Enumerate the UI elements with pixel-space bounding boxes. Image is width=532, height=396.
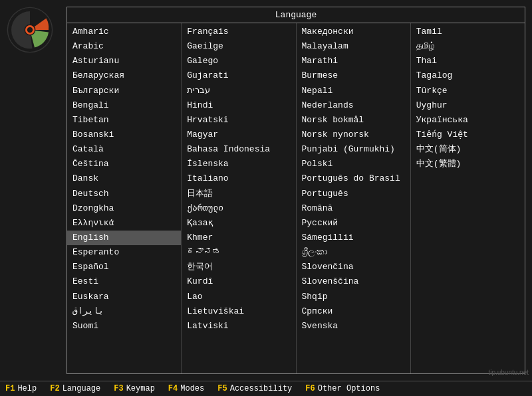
function-key-label: F4 xyxy=(168,384,178,393)
lang-item[interactable]: Lao xyxy=(182,290,295,304)
bottom-key-f6[interactable]: F6Other Options xyxy=(305,384,380,393)
function-key-description: Modes xyxy=(180,384,204,393)
lang-item[interactable]: Suomi xyxy=(67,319,181,334)
lang-item[interactable]: Português xyxy=(297,187,410,201)
language-panel: Language AmharicArabicAsturianuБеларуска… xyxy=(66,7,525,374)
lang-item[interactable]: Shqip xyxy=(297,290,410,304)
bottom-key-f3[interactable]: F3Keymap xyxy=(114,384,155,393)
lang-item[interactable]: Čeština xyxy=(67,157,181,171)
lang-item[interactable]: 中文(繁體) xyxy=(411,157,525,171)
lang-item[interactable]: Amharic xyxy=(67,25,181,39)
lang-item[interactable]: Română xyxy=(297,201,410,216)
language-list-container: AmharicArabicAsturianuБеларускаяБългарск… xyxy=(67,23,525,373)
lang-item[interactable]: بایراق xyxy=(67,304,181,319)
lang-item[interactable]: Македонски xyxy=(297,25,410,39)
lang-item[interactable]: 中文(简体) xyxy=(411,142,525,157)
bottom-key-f1[interactable]: F1Help xyxy=(5,384,37,393)
function-key-description: Keymap xyxy=(126,384,155,393)
lang-item[interactable]: Hindi xyxy=(182,98,295,113)
panel-title: Language xyxy=(67,7,525,23)
lang-item[interactable]: Gaeilge xyxy=(182,39,295,54)
lang-item[interactable]: Norsk bokmål xyxy=(297,113,410,128)
ubuntu-logo xyxy=(7,7,53,53)
lang-column-1: FrançaisGaeilgeGalegoGujaratiעבריתHindiH… xyxy=(182,23,296,373)
function-key-description: Language xyxy=(63,384,101,393)
lang-item[interactable]: Marathi xyxy=(297,54,410,68)
lang-column-2: МакедонскиMalayalamMarathiBurmeseNepaliN… xyxy=(297,23,411,373)
function-key-label: F2 xyxy=(50,384,59,393)
lang-item[interactable]: Punjabi (Gurmukhi) xyxy=(297,142,410,157)
lang-item[interactable]: Türkçe xyxy=(411,84,525,98)
lang-item[interactable]: Bengali xyxy=(67,98,181,113)
lang-item[interactable]: Español xyxy=(67,260,181,274)
lang-column-3: Tamilதமிழ்ThaiTagalogTürkçeUyghurУкраїнс… xyxy=(411,23,525,373)
lang-item[interactable]: Khmer xyxy=(182,231,295,245)
lang-item[interactable]: Malayalam xyxy=(297,39,410,54)
lang-item[interactable]: Euskara xyxy=(67,290,181,304)
lang-item[interactable]: Hrvatski xyxy=(182,113,295,128)
lang-item[interactable]: Ελληνικά xyxy=(67,216,181,231)
lang-item[interactable]: ქართული xyxy=(182,201,295,216)
bottom-key-f2[interactable]: F2Language xyxy=(50,384,100,393)
lang-item[interactable]: Polski xyxy=(297,157,410,171)
lang-item[interactable]: Українська xyxy=(411,113,525,128)
lang-item[interactable]: Magyar xyxy=(182,128,295,142)
lang-item[interactable]: Tagalog xyxy=(411,68,525,83)
function-key-label: F6 xyxy=(305,384,315,393)
lang-item[interactable]: 한국어 xyxy=(182,260,295,274)
lang-item[interactable]: Svenska xyxy=(297,319,410,334)
lang-item[interactable]: Lietuviškai xyxy=(182,304,295,319)
lang-item[interactable]: Thai xyxy=(411,54,525,68)
function-key-label: F1 xyxy=(5,384,15,393)
main-container: Language AmharicArabicAsturianuБеларуска… xyxy=(0,0,532,396)
lang-item[interactable]: Deutsch xyxy=(67,187,181,201)
lang-item[interactable]: ශ්‍රීලංකා xyxy=(297,245,410,260)
lang-item[interactable]: Kurdî xyxy=(182,274,295,289)
lang-item[interactable]: English xyxy=(67,231,181,245)
lang-item[interactable]: Tibetan xyxy=(67,113,181,128)
bottom-key-f4[interactable]: F4Modes xyxy=(168,384,204,393)
lang-item[interactable]: Tiếng Việt xyxy=(411,128,525,142)
lang-item[interactable] xyxy=(411,185,525,186)
lang-item[interactable]: Íslenska xyxy=(182,157,295,171)
lang-item[interactable]: Português do Brasil xyxy=(297,171,410,186)
lang-item[interactable]: Беларуская xyxy=(67,68,181,83)
lang-item[interactable]: Nederlands xyxy=(297,98,410,113)
bottom-key-f5[interactable]: F5Accessibility xyxy=(217,384,292,393)
lang-item[interactable]: Italiano xyxy=(182,171,295,186)
lang-item[interactable]: Norsk nynorsk xyxy=(297,128,410,142)
lang-item[interactable]: Български xyxy=(67,84,181,98)
lang-item[interactable]: Galego xyxy=(182,54,295,68)
lang-item[interactable]: Bosanski xyxy=(67,128,181,142)
lang-item[interactable]: Bahasa Indonesia xyxy=(182,142,295,157)
function-key-label: F5 xyxy=(217,384,227,393)
watermark: tip.ubuntu.net xyxy=(488,369,529,376)
lang-item[interactable]: Eesti xyxy=(67,274,181,289)
lang-item[interactable]: Русский xyxy=(297,216,410,231)
lang-item[interactable]: தமிழ் xyxy=(411,39,525,54)
lang-item[interactable]: Français xyxy=(182,25,295,39)
logo-area xyxy=(7,7,60,60)
lang-item[interactable]: Latviski xyxy=(182,319,295,334)
lang-item[interactable]: Қазақ xyxy=(182,216,295,231)
lang-item[interactable]: Asturianu xyxy=(67,54,181,68)
lang-item[interactable]: עברית xyxy=(182,84,295,98)
lang-item[interactable]: Dzongkha xyxy=(67,201,181,216)
lang-item[interactable]: Slovenčina xyxy=(297,260,410,274)
lang-item[interactable]: Esperanto xyxy=(67,245,181,260)
lang-item[interactable]: Sámegillii xyxy=(297,231,410,245)
function-key-label: F3 xyxy=(114,384,123,393)
lang-item[interactable]: Gujarati xyxy=(182,68,295,83)
lang-item[interactable]: Tamil xyxy=(411,25,525,39)
lang-item[interactable]: Català xyxy=(67,142,181,157)
lang-item[interactable]: Arabic xyxy=(67,39,181,54)
lang-item[interactable]: 日本語 xyxy=(182,187,295,201)
lang-item[interactable]: Nepali xyxy=(297,84,410,98)
lang-item[interactable]: Uyghur xyxy=(411,98,525,113)
lang-item[interactable]: Српски xyxy=(297,304,410,319)
lang-item[interactable]: Slovenščina xyxy=(297,274,410,289)
function-key-description: Help xyxy=(17,384,37,393)
lang-item[interactable]: Dansk xyxy=(67,171,181,186)
lang-item[interactable]: Burmese xyxy=(297,68,410,83)
lang-item[interactable]: ಕನ್ನಡ xyxy=(182,245,295,260)
